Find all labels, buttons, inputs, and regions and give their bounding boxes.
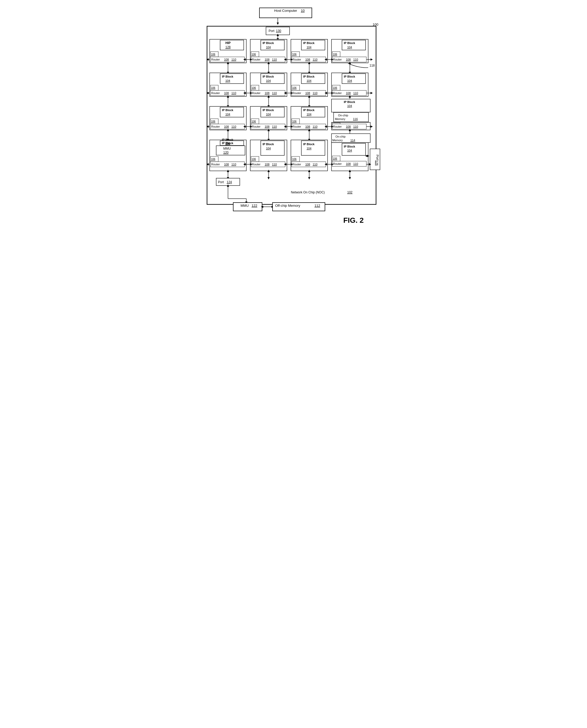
- r2c4-ip-number: 104: [347, 79, 352, 82]
- r3c3-router-110: 110: [313, 125, 318, 128]
- r4c4-router-110: 110: [353, 162, 358, 165]
- r2c4-nic-label: 106: [333, 87, 337, 89]
- offchip-mem-number: 112: [314, 204, 320, 208]
- r1c4-ip-number: 104: [347, 46, 352, 49]
- r3c2-router-label: Router: [252, 125, 260, 128]
- hip-number: 128: [225, 45, 231, 49]
- main-diagram: Host Computer 10 100 Port 130 HIP 128 10…: [202, 5, 385, 231]
- r4c2-router-110: 110: [272, 163, 277, 166]
- r3c1-ip-label: IP Block: [222, 109, 234, 112]
- r2c4-router-number: 108: [346, 91, 351, 95]
- offchip-mem-label: Off-chip Memory: [275, 204, 300, 208]
- r3c1-router-number: 108: [224, 125, 229, 128]
- r1c2-router-110: 110: [272, 58, 277, 61]
- r4c4-nic-label: 106: [333, 157, 337, 160]
- r2c1-ip-number: 104: [225, 79, 230, 82]
- r1c2-ip-number: 104: [266, 46, 271, 49]
- port-126-number: 126: [375, 160, 379, 166]
- mmu-122-label: MMU: [240, 204, 249, 208]
- r3c2-router-number: 108: [265, 125, 269, 128]
- r4c1-ip-label-fix: IP Block: [222, 138, 234, 141]
- r1c3-nic-label: 106: [292, 53, 297, 56]
- r2c2-ip-number: 104: [266, 79, 271, 82]
- r3c2-ip-label: IP Block: [263, 109, 274, 112]
- fig-label: FIG. 2: [343, 216, 364, 224]
- r2c3-router-110: 110: [313, 91, 318, 95]
- r3c4-router-number: 108: [346, 125, 351, 128]
- r3c3-ip-label: IP Block: [303, 109, 315, 112]
- r4c4-router-label: Router: [333, 162, 342, 165]
- port-126-label: Port: [376, 155, 379, 161]
- r1c4-router-number: 108: [346, 58, 351, 61]
- onchip-mem-116-label2: Memory: [335, 117, 345, 121]
- r2c1-router-label: Router: [211, 91, 220, 95]
- r4c3-ip-label: IP Block: [303, 143, 315, 146]
- r3c3-router-number: 108: [305, 125, 310, 128]
- r1c3-ip-number: 104: [307, 46, 311, 49]
- diagram-wrapper: Host Computer 10 100 Port 130 HIP 128 10…: [202, 5, 385, 232]
- r1c3-router-110: 110: [313, 58, 318, 61]
- r4c2-ip-label: IP Block: [263, 143, 274, 146]
- r2c3-ip-label: IP Block: [303, 75, 315, 78]
- r1c1-router-number: 108: [224, 58, 229, 61]
- r1c2-ip-label: IP Block: [263, 41, 274, 45]
- r3c4-ip-label-top: IP Block: [344, 100, 355, 103]
- r1c1-router-110: 110: [231, 58, 236, 61]
- r1c2-router-number: 108: [265, 58, 269, 61]
- r3c2-ip-number: 104: [266, 113, 271, 116]
- port-124-number: 124: [227, 180, 232, 184]
- r2c3-ip-number: 104: [307, 79, 311, 82]
- r2c1-nic-label: 106: [211, 87, 215, 89]
- host-computer-label: Host Computer: [274, 9, 297, 13]
- port-130-label: Port: [268, 29, 275, 33]
- r2c2-router-label: Router: [252, 91, 260, 95]
- host-computer-number: 10: [301, 9, 305, 13]
- r3c3-router-label: Router: [292, 125, 301, 128]
- r4c4-ip-number: 104: [347, 149, 352, 152]
- r2c1-router-number: 108: [224, 91, 229, 95]
- r1c2-router-label: Router: [252, 58, 260, 61]
- r2c2-router-number: 108: [265, 91, 269, 95]
- noc-number: 102: [347, 190, 352, 194]
- r2c4-router-110: 110: [353, 91, 358, 95]
- r4c2-ip-number: 104: [266, 147, 271, 150]
- r1c3-router-number: 108: [305, 58, 310, 61]
- r2c2-router-110: 110: [272, 91, 277, 95]
- r1c4-router-110: 110: [353, 58, 358, 61]
- onchip-mem-114-label2: Memory: [332, 139, 343, 142]
- r1c3-ip-label: IP Block: [303, 41, 315, 45]
- onchip-mem-114-number: 114: [350, 139, 355, 142]
- mmu-122-number: 122: [252, 204, 257, 208]
- port-124-label: Port: [218, 180, 224, 184]
- r1c4-router-label: Router: [333, 58, 342, 61]
- onchip-mem-116-number: 116: [353, 117, 358, 121]
- r4c1-router-110: 110: [231, 163, 236, 166]
- onchip-mem-114-label: On-chip: [335, 135, 346, 138]
- r4c1-router-number: 108: [224, 163, 229, 166]
- r3c2-router-110: 110: [272, 125, 277, 128]
- r4c1-ip-number-fix: 104: [225, 142, 230, 145]
- r4c3-router-label: Router: [292, 163, 301, 166]
- r2c2-ip-label: IP Block: [263, 75, 274, 78]
- r4c2-router-label: Router: [252, 163, 260, 166]
- r1c2-nic-label: 106: [252, 53, 256, 56]
- label-118: 118: [370, 64, 375, 67]
- r4c4-ip-label: IP Block: [344, 145, 355, 148]
- r3c4-router-label: Router: [333, 125, 342, 128]
- r2c2-nic-label: 106: [252, 87, 256, 89]
- onchip-mem-116-label: On-chip: [338, 114, 348, 117]
- r1c4-ip-label: IP Block: [344, 41, 355, 45]
- noc-bottom-label: Network On Chip (NOC): [291, 190, 325, 194]
- r2c3-router-label: Router: [292, 91, 301, 95]
- r2c4-router-label: Router: [333, 91, 342, 95]
- r1c1-router-label: Router: [211, 58, 220, 61]
- r3c2-nic-label: 106: [252, 120, 256, 123]
- r3c1-nic-label: 106: [211, 120, 215, 123]
- mmu-120-label: MMU: [223, 147, 231, 150]
- r3c4-ip-number-top: 104: [347, 104, 352, 108]
- r3c1-ip-number: 104: [225, 113, 230, 116]
- hip-label: HIP: [225, 41, 231, 45]
- r4c2-nic-label: 106: [252, 158, 256, 161]
- r4c1-router-label: Router: [211, 163, 220, 166]
- r2c3-nic-label: 106: [292, 87, 297, 89]
